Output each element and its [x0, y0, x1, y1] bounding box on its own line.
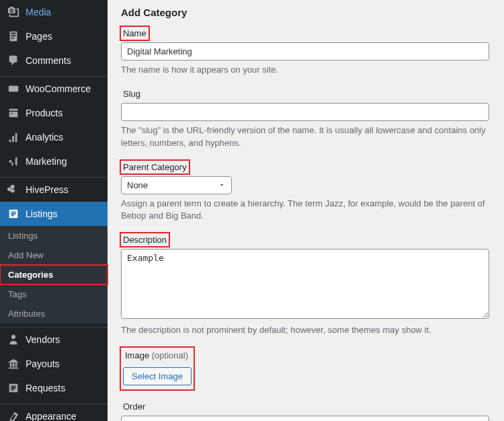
main-content: Add Category Name The name is how it app…: [108, 0, 504, 421]
parent-field: Parent Category None Assign a parent ter…: [121, 161, 489, 223]
appearance-icon: [7, 410, 20, 421]
name-field: Name The name is how it appears on your …: [121, 27, 489, 77]
sidebar-label: WooCommerce: [26, 83, 91, 94]
description-label: Description: [121, 233, 169, 246]
listings-submenu: Listings Add New Categories Tags Attribu…: [0, 226, 108, 323]
sidebar-label: Pages: [26, 31, 52, 42]
sidebar-item-marketing[interactable]: Marketing: [0, 149, 108, 174]
sidebar-label: Media: [26, 7, 51, 17]
sidebar-label: Comments: [26, 55, 71, 66]
sidebar-label: Payouts: [26, 358, 60, 369]
marketing-icon: [7, 155, 20, 168]
image-label: Image (optional): [123, 349, 190, 362]
slug-help: The "slug" is the URL-friendly version o…: [121, 124, 489, 150]
name-help: The name is how it appears on your site.: [121, 64, 489, 77]
sidebar-label: Appearance: [26, 411, 77, 421]
image-field: Image (optional) Select Image: [121, 348, 489, 389]
requests-icon: [7, 381, 20, 395]
page-title: Add Category: [121, 7, 489, 18]
sidebar-label: HivePress: [26, 184, 69, 195]
products-icon: [7, 106, 20, 120]
woocommerce-icon: [7, 82, 20, 95]
vendors-icon: [7, 333, 20, 346]
name-input[interactable]: [121, 42, 489, 61]
name-label: Name: [121, 27, 149, 40]
pages-icon: [7, 30, 20, 43]
analytics-icon: [7, 130, 20, 144]
sidebar-label: Marketing: [26, 156, 67, 167]
sidebar-item-payouts[interactable]: Payouts: [0, 352, 108, 376]
payouts-icon: [7, 357, 20, 371]
description-field: Description Example The description is n…: [121, 233, 489, 337]
submenu-categories[interactable]: Categories: [0, 265, 108, 284]
order-field: Order: [121, 400, 489, 421]
admin-sidebar: Media Pages Comments WooCommerce Product…: [0, 0, 108, 421]
parent-label: Parent Category: [121, 161, 189, 174]
hivepress-icon: [7, 183, 20, 196]
sidebar-item-pages[interactable]: Pages: [0, 24, 108, 48]
description-textarea[interactable]: Example: [121, 249, 489, 319]
submenu-listings[interactable]: Listings: [0, 226, 108, 245]
sidebar-item-requests[interactable]: Requests: [0, 376, 108, 400]
sidebar-item-woocommerce[interactable]: WooCommerce: [0, 77, 108, 101]
svg-rect-0: [9, 86, 18, 92]
sidebar-item-analytics[interactable]: Analytics: [0, 125, 108, 149]
slug-field: Slug The "slug" is the URL-friendly vers…: [121, 87, 489, 150]
submenu-attributes[interactable]: Attributes: [0, 304, 108, 323]
order-label: Order: [121, 400, 147, 413]
sidebar-item-media[interactable]: Media: [0, 0, 108, 24]
select-image-button[interactable]: Select Image: [123, 367, 192, 385]
sidebar-item-listings[interactable]: Listings: [0, 202, 108, 226]
sidebar-item-appearance[interactable]: Appearance: [0, 404, 108, 421]
sidebar-label: Listings: [26, 208, 57, 219]
sidebar-item-vendors[interactable]: Vendors: [0, 328, 108, 352]
parent-select[interactable]: None: [121, 176, 232, 194]
description-help: The description is not prominent by defa…: [121, 324, 489, 337]
submenu-tags[interactable]: Tags: [0, 284, 108, 304]
parent-help: Assign a parent term to create a hierarc…: [121, 198, 489, 223]
listings-icon: [7, 207, 20, 221]
sidebar-label: Requests: [26, 383, 65, 393]
comments-icon: [7, 54, 20, 67]
submenu-add-new[interactable]: Add New: [0, 245, 108, 265]
slug-label: Slug: [121, 87, 142, 100]
sidebar-item-comments[interactable]: Comments: [0, 48, 108, 73]
order-input[interactable]: [121, 416, 489, 421]
image-optional: (optional): [152, 350, 188, 360]
slug-input[interactable]: [121, 103, 489, 121]
sidebar-label: Vendors: [26, 334, 60, 345]
sidebar-label: Analytics: [26, 132, 63, 143]
sidebar-item-products[interactable]: Products: [0, 101, 108, 125]
sidebar-label: Products: [26, 108, 62, 118]
media-icon: [7, 5, 20, 19]
sidebar-item-hivepress[interactable]: HivePress: [0, 178, 108, 202]
